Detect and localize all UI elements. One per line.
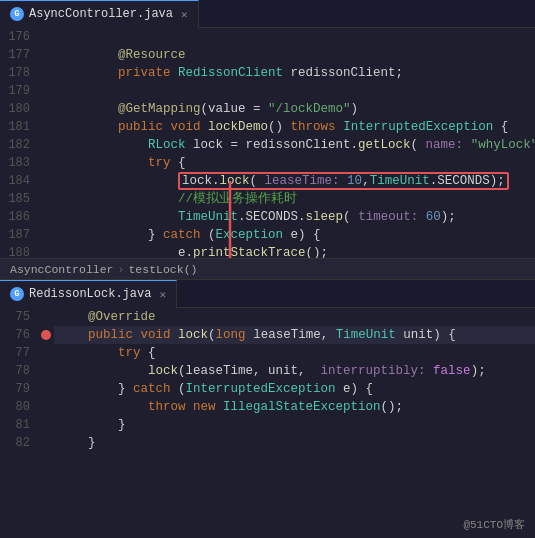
breakpoint-76 — [41, 330, 51, 340]
line-81: 81 } — [0, 416, 535, 434]
line-75: 75 @Override — [0, 308, 535, 326]
line-79: 79 } catch (InterruptedException e) { — [0, 380, 535, 398]
line-186: 186 TimeUnit.SECONDS.sleep( timeout: 60)… — [0, 208, 535, 226]
tab-close-redisson[interactable]: ✕ — [159, 288, 166, 301]
line-176: 176 — [0, 28, 535, 46]
bottom-code-panel: 75 @Override 76 public void lock(long le… — [0, 308, 535, 538]
line-78: 78 lock(leaseTime, unit, interruptibly: … — [0, 362, 535, 380]
line-188: 188 e.printStackTrace(); — [0, 244, 535, 258]
bottom-tab-bar: G RedissonLock.java ✕ — [0, 280, 535, 308]
line-182: 182 RLock lock = redissonClient.getLock(… — [0, 136, 535, 154]
tab-redisson-lock[interactable]: G RedissonLock.java ✕ — [0, 280, 177, 308]
tab-async-controller[interactable]: G AsyncController.java ✕ — [0, 0, 199, 28]
line-80: 80 throw new IllegalStateException(); — [0, 398, 535, 416]
top-code-panel: 176 177 @Resource 178 private RedissonCl… — [0, 28, 535, 258]
line-178: 178 private RedissonClient redissonClien… — [0, 64, 535, 82]
line-76: 76 public void lock(long leaseTime, Time… — [0, 326, 535, 344]
line-77: 77 try { — [0, 344, 535, 362]
tab-close-async[interactable]: ✕ — [181, 8, 188, 21]
line-180: 180 @GetMapping(value = "/lockDemo") — [0, 100, 535, 118]
line-185: 185 //模拟业务操作耗时 — [0, 190, 535, 208]
tab-icon-async: G — [10, 7, 24, 21]
breadcrumb-class: AsyncController — [10, 263, 114, 276]
line-187: 187 } catch (Exception e) { — [0, 226, 535, 244]
breadcrumb-method: testLock() — [128, 263, 197, 276]
bottom-code-lines: 75 @Override 76 public void lock(long le… — [0, 308, 535, 452]
line-181: 181 public void lockDemo() throws Interr… — [0, 118, 535, 136]
line-184: 184 lock.lock( leaseTime: 10,TimeUnit.SE… — [0, 172, 535, 190]
tab-label-async: AsyncController.java — [29, 7, 173, 21]
watermark: @51CTO博客 — [463, 517, 525, 532]
line-177: 177 @Resource — [0, 46, 535, 64]
breadcrumb-bar: AsyncController › testLock() — [0, 258, 535, 280]
top-code-lines: 176 177 @Resource 178 private RedissonCl… — [0, 28, 535, 258]
top-tab-bar: G AsyncController.java ✕ — [0, 0, 535, 28]
tab-label-redisson: RedissonLock.java — [29, 287, 151, 301]
tab-icon-redisson: G — [10, 287, 24, 301]
line-179: 179 — [0, 82, 535, 100]
line-183: 183 try { — [0, 154, 535, 172]
line-82: 82 } — [0, 434, 535, 452]
editor-container: G AsyncController.java ✕ 176 177 @Resour… — [0, 0, 535, 538]
